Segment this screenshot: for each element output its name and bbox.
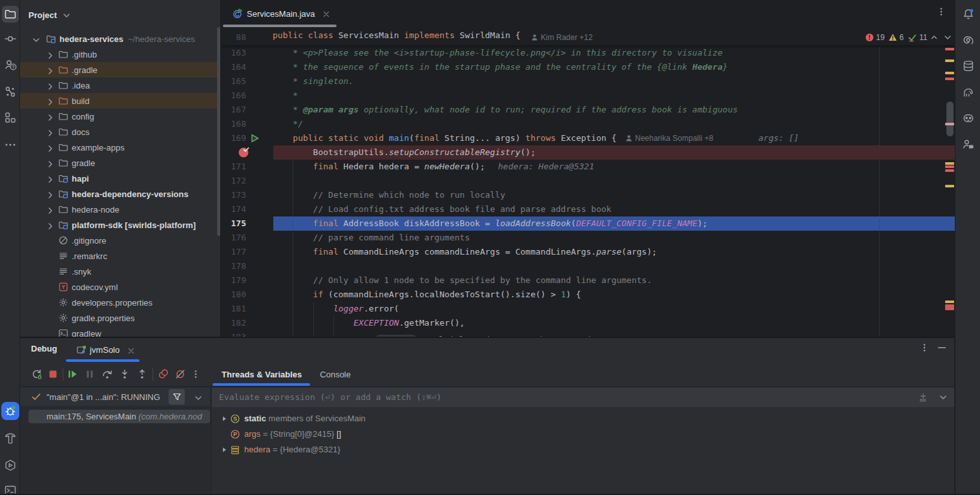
code-line-181[interactable]: logger.error( xyxy=(273,302,399,316)
editor-options-kebab-icon[interactable] xyxy=(933,4,949,19)
add-watch-icon[interactable] xyxy=(915,390,931,405)
editor-scrollbar[interactable] xyxy=(946,101,954,136)
debug-session-tab[interactable]: jvmSolo xyxy=(74,338,136,362)
tree-item--idea[interactable]: .idea xyxy=(20,78,218,93)
code-line-171[interactable]: final Hedera hedera = newHedera(); xyxy=(273,160,485,174)
variable-row[interactable]: Pargs = {String[0]@2415} [] xyxy=(211,427,954,442)
chevron-right-icon[interactable] xyxy=(45,66,53,74)
run-main-icon[interactable] xyxy=(250,133,260,143)
tree-item-gradle[interactable]: gradle xyxy=(20,155,218,171)
tree-item-build[interactable]: build xyxy=(20,93,218,109)
code-line-170[interactable]: BootstrapUtils.setupConstructableRegistr… xyxy=(273,145,536,160)
chevron-right-icon[interactable] xyxy=(45,174,53,182)
error-stripe-mark[interactable] xyxy=(945,162,954,165)
chevron-right-icon[interactable] xyxy=(45,143,53,151)
minimize-icon[interactable] xyxy=(937,342,947,353)
pause-button[interactable] xyxy=(81,365,99,383)
chevron-right-icon[interactable] xyxy=(45,159,53,167)
tree-item--gradle[interactable]: .gradle xyxy=(20,62,218,78)
tool-strip-services-icon[interactable] xyxy=(2,457,19,474)
code-line-168[interactable]: */ xyxy=(273,117,303,131)
tree-item--remarkrc[interactable]: .remarkrc xyxy=(20,248,218,264)
step-out-button[interactable] xyxy=(133,365,151,383)
step-over-button[interactable] xyxy=(98,365,116,383)
error-stripe-mark[interactable] xyxy=(945,72,954,74)
error-stripe-mark[interactable] xyxy=(945,185,954,187)
chevron-right-icon[interactable] xyxy=(220,415,228,423)
view-tab-console[interactable]: Console xyxy=(311,370,360,379)
stop-button[interactable] xyxy=(44,365,62,383)
code-line-173[interactable]: // Determine which node to run locally xyxy=(273,188,505,202)
chevron-right-icon[interactable] xyxy=(220,446,228,454)
tree-item-config[interactable]: config xyxy=(20,109,218,124)
code-line-166[interactable]: * xyxy=(273,89,298,103)
tree-item-hedera-services[interactable]: hedera-services~/hedera-services xyxy=(20,31,218,47)
code-line-174[interactable]: // Load config.txt address book file and… xyxy=(273,202,611,216)
tree-item-hedera-dependency-versions[interactable]: hedera-dependency-versions xyxy=(20,186,218,202)
code-author-annotation[interactable]: Kim Rader +12 xyxy=(531,30,592,45)
chevron-right-icon[interactable] xyxy=(45,205,53,213)
close-icon[interactable] xyxy=(126,346,136,356)
variable-row[interactable]: Sstatic members of ServicesMain xyxy=(211,411,954,427)
tool-strip-debug-icon[interactable] xyxy=(1,402,19,420)
inspections-widget[interactable]: 19611 xyxy=(865,31,953,44)
tool-strip-copilot-icon[interactable] xyxy=(960,110,977,127)
code-line-182[interactable]: EXCEPTION.getMarker(), xyxy=(273,316,464,330)
variable-row[interactable]: hedera = {Hedera@5321} xyxy=(211,442,954,458)
tree-item-developers-properties[interactable]: developers.properties xyxy=(20,295,218,310)
debug-options-kebab-icon[interactable] xyxy=(919,342,930,353)
view-tab-threads-variables[interactable]: Threads & Variables xyxy=(213,370,311,379)
tree-item-codecov-yml[interactable]: Ycodecov.yml xyxy=(20,279,218,295)
chevron-right-icon[interactable] xyxy=(45,128,53,136)
tree-item--github[interactable]: .github xyxy=(20,47,218,62)
code-line-165[interactable]: * singleton. xyxy=(273,74,353,89)
tree-item-hedera-node[interactable]: hedera-node xyxy=(20,202,218,217)
project-scrollbar[interactable] xyxy=(217,27,220,236)
tool-strip-code-with-me-icon[interactable] xyxy=(960,136,977,153)
code-area[interactable]: 163 * <p>Please see the <i>startup-phase… xyxy=(222,46,955,337)
next-problem-icon[interactable] xyxy=(943,32,953,43)
code-line-177[interactable]: final CommandLineArgs commandLineArgs = … xyxy=(273,245,657,259)
tree-item-platform-sdk-swirlds-platform-[interactable]: platform-sdk [swirlds-platform] xyxy=(20,217,218,233)
error-count[interactable]: 19 xyxy=(876,33,884,42)
code-line-167[interactable]: * @param args optionally, what node id t… xyxy=(273,103,738,117)
tool-strip-project-icon[interactable] xyxy=(2,6,19,23)
tree-item--gitignore[interactable]: .gitignore xyxy=(20,233,218,248)
thread-status-bar[interactable]: "main"@1 in ...ain": RUNNING xyxy=(20,388,210,406)
tool-strip-build-icon[interactable] xyxy=(2,430,19,447)
step-into-button[interactable] xyxy=(116,365,134,383)
chevron-right-icon[interactable] xyxy=(45,50,53,58)
chevron-right-icon[interactable] xyxy=(45,97,53,105)
chevron-right-icon[interactable] xyxy=(45,190,53,198)
code-line-175[interactable]: final AddressBook diskAddressBook = load… xyxy=(273,216,707,231)
close-icon[interactable] xyxy=(321,9,331,19)
error-stripe-mark[interactable] xyxy=(945,165,954,168)
code-line-169[interactable]: public static void main(final String... … xyxy=(273,131,616,145)
editor-tab-servicesmain[interactable]: ServicesMain.java xyxy=(223,0,338,27)
code-line-180[interactable]: if (commandLineArgs.localNodesToStart().… xyxy=(273,288,581,302)
view-breakpoints-button[interactable] xyxy=(154,365,172,383)
tool-strip-terminal-icon[interactable] xyxy=(2,482,19,495)
resume-button[interactable] xyxy=(63,365,81,383)
rerun-button[interactable] xyxy=(28,365,46,383)
error-stripe-mark[interactable] xyxy=(945,304,954,310)
tool-strip-ai-assistant-icon[interactable] xyxy=(960,32,977,48)
error-stripe-mark[interactable] xyxy=(945,48,954,50)
breakpoint-icon[interactable] xyxy=(238,146,250,158)
chevron-right-icon[interactable] xyxy=(45,221,53,229)
error-stripe-mark[interactable] xyxy=(945,78,954,80)
chevron-down-icon[interactable] xyxy=(935,390,951,405)
tool-strip-database-icon[interactable] xyxy=(960,58,977,74)
project-header[interactable]: Project xyxy=(20,0,220,30)
tree-item-docs[interactable]: docs xyxy=(20,124,218,140)
tree-item-example-apps[interactable]: example-apps xyxy=(20,140,218,155)
error-stripe-mark[interactable] xyxy=(945,169,954,172)
prev-problem-icon[interactable] xyxy=(929,32,939,43)
stack-frame-row[interactable]: main:175, ServicesMain (com.hedera.nod xyxy=(28,410,210,423)
more-button[interactable] xyxy=(187,365,205,383)
tool-strip-gradle-icon[interactable] xyxy=(960,84,977,101)
tool-strip-structure-icon[interactable] xyxy=(2,109,19,126)
code-line-164[interactable]: * the sequence of events in the startup … xyxy=(273,60,727,74)
passed-count[interactable]: 11 xyxy=(919,33,927,42)
warning-count[interactable]: 6 xyxy=(899,33,904,42)
